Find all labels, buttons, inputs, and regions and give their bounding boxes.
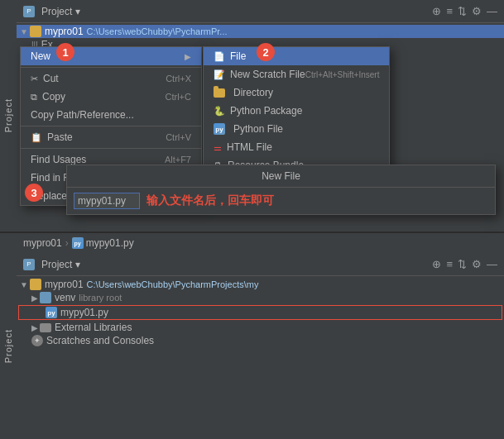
tree-item-root-top[interactable]: ▼ mypro01 C:\Users\webChubby\PycharmPr..… bbox=[17, 25, 504, 38]
tree-item-extlib[interactable]: ▶ External Libraries bbox=[17, 321, 504, 334]
list-icon[interactable]: ≡ bbox=[446, 5, 453, 17]
arrow-root-top: ▼ bbox=[20, 27, 28, 36]
breadcrumb-filename: mypy01.py bbox=[86, 237, 134, 249]
menu-item-copypath[interactable]: Copy Path/Reference... bbox=[21, 106, 201, 124]
new-file-dialog: New File 输入文件名后，回车即可 bbox=[66, 165, 496, 215]
minus-icon-bottom[interactable]: — bbox=[487, 258, 497, 270]
dropdown-arrow-bottom[interactable]: ▾ bbox=[75, 259, 80, 270]
plus-icon[interactable]: ⊕ bbox=[432, 5, 441, 17]
breadcrumb-file: py mypy01.py bbox=[72, 237, 134, 249]
panel-header-top: P Project ▾ ⊕ ≡ ⇅ ⚙ — bbox=[17, 0, 504, 23]
list-icon-bottom[interactable]: ≡ bbox=[446, 258, 453, 270]
panel-header-left: P Project ▾ bbox=[23, 6, 80, 17]
menu-item-cut[interactable]: ✂ Cut Ctrl+X bbox=[21, 69, 201, 88]
panel-header-bottom: P Project ▾ ⊕ ≡ ⇅ ⚙ — bbox=[17, 253, 504, 276]
copy-icon: ⧉ bbox=[31, 92, 37, 103]
menu-item-new-left: New bbox=[31, 50, 50, 62]
arrow-root-bottom: ▼ bbox=[20, 280, 28, 289]
plus-icon-bottom[interactable]: ⊕ bbox=[432, 258, 441, 270]
menu-findusages-left: Find Usages bbox=[31, 154, 86, 165]
tree-item-mypy01[interactable]: py mypy01.py bbox=[18, 305, 502, 320]
menu-item-copy[interactable]: ⧉ Copy Ctrl+C bbox=[21, 88, 201, 106]
badge-1: 1 bbox=[56, 43, 74, 61]
tree-item-venv[interactable]: ▶ venv library root bbox=[17, 291, 504, 304]
tree-root-bottom[interactable]: ▼ mypro01 C:\Users\webChubby\PycharmProj… bbox=[17, 278, 504, 291]
menu-copypath-left: Copy Path/Reference... bbox=[31, 109, 134, 121]
tree-venv-sublabel: library root bbox=[79, 293, 122, 303]
tree-scratches-label: Scratches and Consoles bbox=[46, 335, 154, 346]
folder-icon-sub bbox=[214, 88, 225, 98]
tree-venv-label: venv bbox=[55, 292, 75, 303]
menu-paste-shortcut: Ctrl+V bbox=[166, 132, 191, 142]
py-icon-tree: py bbox=[46, 307, 57, 318]
menu-paste-left: 📋 Paste bbox=[31, 131, 73, 143]
gear-icon-top[interactable]: ⚙ bbox=[472, 5, 482, 17]
mypro-icon-top bbox=[30, 26, 41, 37]
menu-new-arrow: ▶ bbox=[185, 52, 191, 61]
project-label-top: Project bbox=[3, 98, 13, 132]
arrow-venv: ▶ bbox=[31, 293, 38, 303]
submenu-directory-label: Directory bbox=[233, 87, 273, 98]
menu-item-paste[interactable]: 📋 Paste Ctrl+V bbox=[21, 128, 201, 146]
menu-findusages-shortcut: Alt+F7 bbox=[165, 155, 191, 165]
cut-icon: ✂ bbox=[31, 74, 38, 84]
panel-header-icons-top: ⊕ ≡ ⇅ ⚙ — bbox=[432, 5, 497, 17]
project-label-bottom: Project bbox=[3, 329, 13, 363]
project-side-panel-top: Project bbox=[0, 0, 17, 231]
menu-sep-3 bbox=[21, 148, 201, 149]
tree-bottom: ▼ mypro01 C:\Users\webChubby\PycharmProj… bbox=[17, 276, 504, 349]
menu-item-new[interactable]: New ▶ bbox=[21, 47, 201, 65]
menu-copypath-label: Copy Path/Reference... bbox=[31, 109, 134, 121]
project-icon-bottom: P bbox=[23, 259, 35, 270]
tree-root-label-bottom: mypro01 bbox=[45, 279, 84, 290]
breadcrumb-bar: mypro01 › py mypy01.py bbox=[0, 233, 504, 253]
submenu-item-pythonfile[interactable]: py Python File bbox=[204, 120, 389, 138]
tree-root-path-top: C:\Users\webChubby\PycharmPr... bbox=[87, 26, 228, 36]
badge-2: 2 bbox=[257, 43, 275, 61]
sort-icon-bottom[interactable]: ⇅ bbox=[458, 258, 467, 270]
submenu-scratch-label: New Scratch File bbox=[230, 69, 305, 80]
paste-icon: 📋 bbox=[31, 132, 42, 143]
breadcrumb-sep: › bbox=[65, 237, 69, 249]
submenu-pythonfile-label: Python File bbox=[233, 123, 283, 135]
minus-icon-top[interactable]: — bbox=[487, 5, 497, 17]
submenu-directory-left: Directory bbox=[214, 87, 273, 98]
submenu-item-directory[interactable]: Directory bbox=[204, 84, 389, 102]
submenu-item-file[interactable]: 📄 File bbox=[204, 47, 389, 65]
submenu-item-pythonpkg[interactable]: 🐍 Python Package bbox=[204, 102, 389, 120]
project-side-panel-bottom: Project bbox=[0, 253, 17, 439]
tree-root-label-top: mypro01 bbox=[45, 26, 84, 37]
arrow-extlib: ▶ bbox=[31, 323, 38, 332]
menu-findusages-label: Find Usages bbox=[31, 154, 86, 165]
gear-icon-bottom[interactable]: ⚙ bbox=[472, 258, 482, 270]
panel-header-icons-bottom: ⊕ ≡ ⇅ ⚙ — bbox=[432, 258, 497, 270]
bottom-section: mypro01 › py mypy01.py Project P Project… bbox=[0, 233, 504, 439]
tree-item-scratches[interactable]: ✦ Scratches and Consoles bbox=[17, 334, 504, 347]
dialog-title: New File bbox=[67, 165, 495, 188]
submenu-item-htmlfile[interactable]: ⚌ HTML File bbox=[204, 138, 389, 156]
file-icon: 📄 bbox=[214, 51, 225, 62]
menu-sep-1 bbox=[21, 67, 201, 68]
tree-root-path-bottom: C:\Users\webChubby\PycharmProjects\my bbox=[87, 279, 259, 289]
submenu-item-scratch[interactable]: 📝 New Scratch File Ctrl+Alt+Shift+Insert bbox=[204, 65, 389, 84]
submenu-file-left: 📄 File bbox=[214, 50, 246, 62]
python-pkg-icon: 🐍 bbox=[214, 106, 225, 117]
dialog-hint: 输入文件名后，回车即可 bbox=[146, 193, 274, 208]
venv-icon bbox=[40, 292, 51, 303]
menu-paste-label: Paste bbox=[47, 131, 73, 143]
submenu-scratch-left: 📝 New Scratch File bbox=[214, 69, 305, 80]
panel-title-top: Project bbox=[41, 6, 72, 17]
extlib-icon bbox=[40, 323, 51, 332]
dialog-input-row: 输入文件名后，回车即可 bbox=[67, 188, 495, 214]
sort-icon[interactable]: ⇅ bbox=[458, 5, 467, 17]
submenu-pythonpkg-label: Python Package bbox=[230, 105, 302, 117]
dropdown-arrow-top[interactable]: ▾ bbox=[75, 6, 80, 17]
submenu-pythonpkg-left: 🐍 Python Package bbox=[214, 105, 302, 117]
breadcrumb-root: mypro01 bbox=[23, 237, 62, 249]
new-file-input[interactable] bbox=[74, 193, 140, 209]
menu-cut-left: ✂ Cut bbox=[31, 73, 59, 84]
tree-extlib-label: External Libraries bbox=[55, 322, 132, 333]
html-icon: ⚌ bbox=[214, 142, 222, 153]
menu-copy-shortcut: Ctrl+C bbox=[166, 92, 191, 102]
menu-copy-label: Copy bbox=[42, 91, 65, 103]
